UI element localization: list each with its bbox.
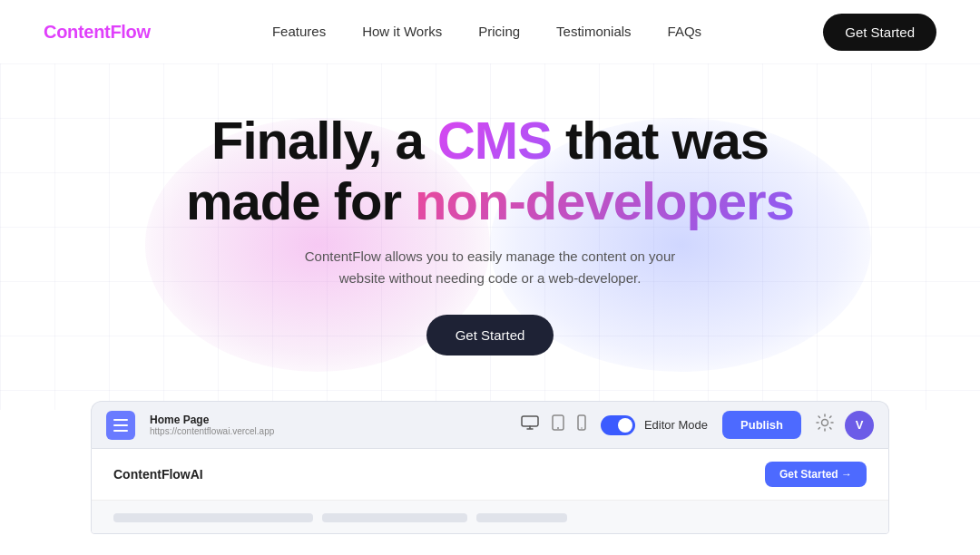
brand-logo[interactable]: ContentFlow	[44, 22, 151, 43]
hero-section: Finally, a CMS that was made for non-dev…	[0, 63, 980, 410]
hero-title-part2: that was	[552, 111, 769, 170]
content-placeholder	[113, 513, 867, 522]
nav-links: Features How it Works Pricing Testimonia…	[272, 24, 701, 40]
mobile-icon[interactable]	[577, 414, 586, 435]
brand-name-part1: Content	[44, 22, 110, 42]
hero-title-part1: Finally, a	[211, 111, 437, 170]
browser-toolbar: Home Page https://contentflowai.vercel.a…	[91, 401, 889, 448]
inner-site-logo: ContentFlowAI	[113, 467, 203, 482]
page-info: Home Page https://contentflowai.vercel.a…	[150, 414, 506, 436]
nav-item-testimonials[interactable]: Testimonials	[556, 24, 632, 40]
inner-site-cta-button[interactable]: Get Started →	[765, 462, 867, 487]
nav-link-how-it-works[interactable]: How it Works	[362, 24, 442, 39]
nav-item-pricing[interactable]: Pricing	[478, 24, 520, 40]
page-url-label: https://contentflowai.vercel.app	[150, 426, 506, 436]
tablet-icon[interactable]	[552, 414, 564, 435]
placeholder-bar-1	[113, 513, 313, 522]
hero-subtitle: ContentFlow allows you to easily manage …	[186, 246, 794, 289]
placeholder-bar-2	[322, 513, 467, 522]
editor-toggle-area: Editor Mode	[601, 415, 708, 435]
hero-cta-button[interactable]: Get Started	[426, 315, 554, 355]
page-name-label: Home Page	[150, 414, 506, 426]
nav-item-how-it-works[interactable]: How it Works	[362, 24, 442, 40]
hero-title-non-dev: non-developers	[415, 171, 794, 230]
nav-item-features[interactable]: Features	[272, 24, 326, 40]
publish-button[interactable]: Publish	[722, 411, 801, 439]
hero-title: Finally, a CMS that was made for non-dev…	[186, 111, 794, 231]
nav-link-testimonials[interactable]: Testimonials	[556, 24, 632, 39]
hero-subtitle-line2: website without needing code or a web-de…	[339, 270, 642, 286]
svg-rect-1	[522, 416, 538, 426]
hero-title-cms: CMS	[437, 111, 552, 170]
hero-content: Finally, a CMS that was made for non-dev…	[186, 111, 794, 355]
svg-point-5	[581, 427, 583, 429]
brand-name-part2: Flow	[110, 22, 150, 42]
nav-item-faqs[interactable]: FAQs	[668, 24, 702, 40]
nav-link-features[interactable]: Features	[272, 24, 326, 39]
svg-point-3	[557, 427, 559, 429]
browser-mockup: Home Page https://contentflowai.vercel.a…	[91, 401, 889, 534]
placeholder-bar-3	[476, 513, 567, 522]
avatar[interactable]: V	[845, 411, 874, 440]
nav-cta-button[interactable]: Get Started	[823, 14, 936, 51]
inner-site-content	[92, 501, 888, 534]
settings-icon[interactable]	[816, 414, 834, 436]
hero-subtitle-line1: ContentFlow allows you to easily manage …	[305, 248, 676, 264]
desktop-icon[interactable]	[521, 415, 539, 434]
device-icons	[521, 414, 586, 435]
svg-point-6	[822, 420, 828, 426]
inner-site-nav: ContentFlowAI Get Started →	[92, 449, 888, 501]
browser-content: ContentFlowAI Get Started →	[91, 448, 889, 534]
hero-title-part3: made for	[186, 171, 415, 230]
navbar: ContentFlow Features How it Works Pricin…	[0, 0, 980, 63]
hamburger-icon	[113, 419, 128, 432]
nav-link-pricing[interactable]: Pricing	[478, 24, 520, 39]
editor-mode-label: Editor Mode	[644, 418, 708, 432]
browser-actions: V	[816, 411, 874, 440]
editor-mode-toggle[interactable]	[601, 415, 635, 435]
nav-link-faqs[interactable]: FAQs	[668, 24, 702, 39]
menu-button[interactable]	[106, 411, 135, 440]
